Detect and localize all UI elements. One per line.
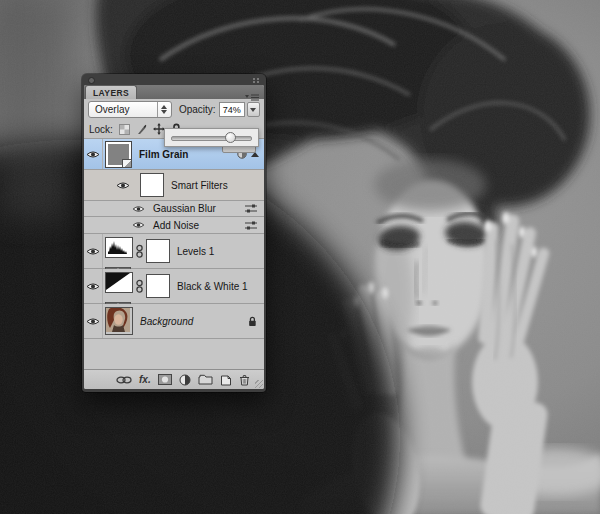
lock-transparency-icon[interactable]: [119, 124, 130, 135]
layers-panel: LAYERS Overlay Opacity: 74% Lock:: [82, 74, 266, 392]
add-layer-mask-icon[interactable]: [158, 374, 172, 385]
opacity-value: 74%: [223, 105, 241, 115]
layer-name: Levels 1: [177, 246, 214, 257]
new-layer-icon[interactable]: [220, 374, 232, 386]
tab-layers[interactable]: LAYERS: [85, 85, 137, 99]
smart-filters-label: Smart Filters: [171, 180, 228, 191]
levels-adjustment-thumbnail[interactable]: [105, 237, 133, 265]
visibility-eye-icon[interactable]: [84, 269, 103, 303]
opacity-slider-track[interactable]: [171, 136, 252, 141]
tab-layers-label: LAYERS: [93, 88, 129, 98]
layer-name: Film Grain: [139, 149, 188, 160]
blend-mode-select[interactable]: Overlay: [88, 101, 172, 118]
layer-row-add-noise[interactable]: Add Noise: [84, 217, 264, 234]
visibility-eye-icon[interactable]: [130, 201, 146, 216]
blend-opacity-row: Overlay Opacity: 74%: [84, 99, 264, 120]
filter-name: Gaussian Blur: [153, 203, 216, 214]
new-adjustment-layer-icon[interactable]: [179, 374, 191, 386]
background-layer-thumbnail[interactable]: [105, 307, 133, 335]
lock-label: Lock:: [89, 124, 113, 135]
visibility-eye-icon[interactable]: [84, 304, 103, 338]
filter-blending-options-icon[interactable]: [245, 221, 257, 230]
blend-mode-value: Overlay: [89, 104, 157, 115]
layer-style-fx-icon[interactable]: fx.: [139, 375, 151, 385]
panel-tab-bar: LAYERS: [84, 85, 264, 99]
panel-resize-grip[interactable]: [255, 380, 263, 388]
layer-list-empty-area: [84, 339, 264, 369]
opacity-slider-thumb[interactable]: [225, 132, 236, 143]
layer-row-gaussian-blur[interactable]: Gaussian Blur: [84, 201, 264, 217]
layer-name: Black & White 1: [177, 281, 248, 292]
layer-row-background[interactable]: Background: [84, 304, 264, 339]
mask-link-icon: [136, 244, 143, 259]
layer-mask-thumbnail[interactable]: [146, 274, 170, 298]
filter-mask-thumbnail[interactable]: [140, 173, 164, 197]
visibility-eye-icon[interactable]: [84, 139, 103, 169]
layer-mask-thumbnail[interactable]: [146, 239, 170, 263]
visibility-eye-icon[interactable]: [114, 170, 132, 200]
layer-name: Background: [140, 316, 193, 327]
layer-row-black-white[interactable]: Black & White 1: [84, 269, 264, 304]
layer-row-smart-filters[interactable]: Smart Filters: [84, 170, 264, 201]
delete-layer-icon[interactable]: [239, 374, 250, 386]
layer-locked-icon: [248, 316, 257, 327]
visibility-eye-icon[interactable]: [84, 234, 103, 268]
opacity-label: Opacity:: [179, 104, 216, 115]
panel-bottom-bar: fx.: [84, 369, 264, 389]
filter-blending-options-icon[interactable]: [245, 204, 257, 213]
smart-object-badge-icon: [122, 159, 132, 168]
panel-title-strip[interactable]: [84, 76, 264, 84]
link-layers-icon[interactable]: [116, 376, 132, 384]
black-white-adjustment-thumbnail[interactable]: [105, 272, 133, 300]
panel-grip-dots-icon[interactable]: [253, 78, 260, 83]
chevron-down-icon: [250, 108, 256, 112]
mask-link-icon: [136, 279, 143, 294]
lock-pixels-brush-icon[interactable]: [136, 124, 147, 135]
filter-name: Add Noise: [153, 220, 199, 231]
stepper-arrows-icon: [157, 102, 171, 117]
visibility-eye-icon[interactable]: [130, 217, 146, 233]
panel-dot-icon: [88, 77, 95, 84]
photoshop-workspace: LAYERS Overlay Opacity: 74% Lock:: [0, 0, 600, 514]
smart-object-thumbnail[interactable]: [105, 141, 132, 168]
opacity-dropdown-button[interactable]: [247, 102, 260, 117]
opacity-slider-popup: [164, 128, 259, 147]
layer-list: Film Grain Smart Filters: [84, 138, 264, 339]
panel-menu-icon[interactable]: [244, 88, 260, 97]
new-group-icon[interactable]: [198, 374, 213, 385]
opacity-input[interactable]: 74%: [219, 102, 245, 117]
layer-row-levels[interactable]: Levels 1: [84, 234, 264, 269]
